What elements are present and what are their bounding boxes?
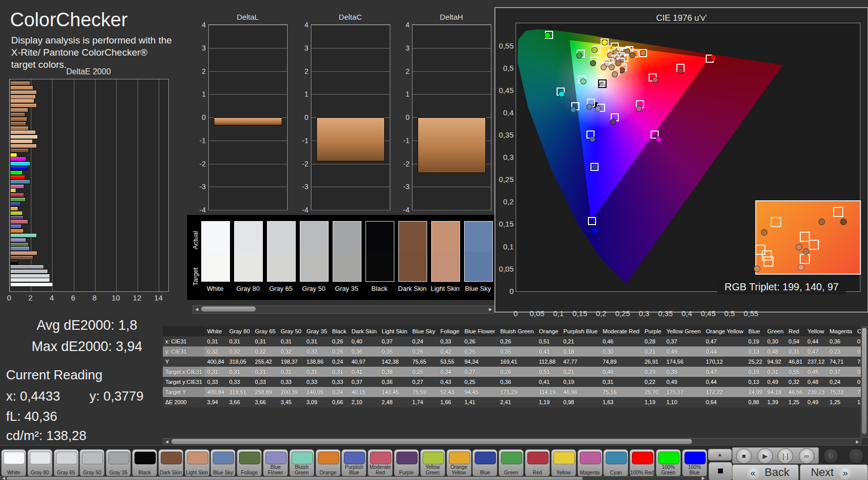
- delta-axis-tick: 1: [395, 90, 409, 98]
- toolbar-tile-moderate-red[interactable]: Moderate Red: [368, 449, 393, 477]
- swatch-label: Black: [362, 285, 396, 292]
- table-cell: 0,64: [703, 397, 746, 407]
- table-col-header: Black: [330, 326, 349, 336]
- table-cell: 3,66: [226, 397, 252, 407]
- tile-swatch: [161, 452, 182, 464]
- toolbar-tile-blue-sky[interactable]: Blue Sky: [210, 449, 236, 477]
- toolbar-tile-magenta[interactable]: Magenta: [577, 449, 603, 477]
- table-col-header: Moderate Red: [600, 326, 642, 336]
- tile-label: Green: [499, 470, 523, 476]
- zoom-target-marker: [771, 217, 781, 227]
- delta-axis-tick: -1: [395, 137, 409, 145]
- table-cell: 0,46: [600, 336, 642, 346]
- table-cell: 0,36: [827, 336, 855, 346]
- toolbar-tile-green[interactable]: Green: [498, 449, 524, 477]
- table-col-header: Red: [786, 326, 805, 336]
- toolbar-scrollbar[interactable]: ◀ ▶: [0, 476, 707, 480]
- back-button[interactable]: «Back: [732, 464, 799, 480]
- table-cell: 0,36: [349, 346, 379, 357]
- pattern-window-button[interactable]: ■: [708, 461, 733, 480]
- toolbar-tile-red[interactable]: Red: [525, 449, 550, 477]
- next-button[interactable]: Next»: [800, 464, 868, 480]
- table-cell: 3,94: [205, 397, 227, 407]
- table-cell: 0,42: [438, 346, 462, 357]
- toolbar-tile-purplish-blue[interactable]: Purplish Blue: [341, 449, 367, 477]
- toolbar-tile-100--red[interactable]: 100% Red: [629, 449, 655, 477]
- cie-y-tick: 0,35: [495, 130, 514, 139]
- delta-axis-tick: -1: [192, 137, 206, 145]
- delta-axis-tick: 1: [192, 90, 206, 98]
- table-cell: 75,65: [410, 357, 438, 367]
- de-bar: [10, 202, 21, 206]
- refresh-button[interactable]: ↻: [823, 448, 839, 464]
- continuous-button[interactable]: ∞: [799, 448, 814, 464]
- pattern-up-button[interactable]: ▲: [708, 449, 732, 461]
- de-bar: [10, 265, 44, 269]
- swatch-gray-35: [333, 221, 361, 282]
- stop-button[interactable]: ■: [736, 448, 752, 464]
- de-bar: [10, 139, 33, 144]
- de-bar: [10, 269, 48, 274]
- tile-swatch: [265, 452, 287, 464]
- cie-measured-point: [629, 52, 635, 58]
- toolbar-tile-yellow-green[interactable]: Yellow Green: [420, 449, 445, 477]
- toolbar-tile-foliage[interactable]: Foliage: [237, 449, 262, 477]
- table-cell: 0,24: [410, 336, 438, 346]
- toolbar-tile-orange-yellow[interactable]: Orange Yellow: [446, 449, 472, 477]
- table-cell: 237,12: [805, 357, 827, 367]
- table-cell: 0,26: [410, 346, 438, 357]
- cie-measured-point: [677, 68, 683, 74]
- delta-axis-tick: 2: [395, 67, 409, 75]
- tile-label: Gray 35: [106, 470, 130, 476]
- table-cell: 0,31: [205, 367, 227, 377]
- play-button[interactable]: ▶: [757, 448, 773, 464]
- table-cell: 0,45: [805, 367, 827, 377]
- avg-de2000: Avg dE2000: 1,8: [2, 318, 172, 333]
- toolbar-tile-bluish-green[interactable]: Bluish Green: [289, 449, 314, 477]
- toolbar-tile-yellow[interactable]: Yellow: [551, 449, 576, 477]
- toolbar-tile-white[interactable]: White: [1, 449, 26, 477]
- table-col-header: Purple: [642, 326, 664, 336]
- idle-button[interactable]: [848, 448, 864, 464]
- table-cell: 0,46: [600, 367, 642, 377]
- toolbar-tile-purple[interactable]: Purple: [394, 449, 419, 477]
- table-cell: 3,45: [278, 397, 304, 407]
- toolbar-tile-100--blue[interactable]: 100% Blue: [682, 449, 707, 477]
- toolbar-tile-gray-65[interactable]: Gray 65: [54, 449, 79, 477]
- table-cell: 0,33: [205, 377, 227, 387]
- toolbar-tile-dark-skin[interactable]: Dark Skin: [158, 449, 184, 477]
- toolbar-tile-cyan[interactable]: Cyan: [603, 449, 628, 477]
- table-row-label: ΔE 2000: [163, 397, 205, 407]
- toolbar-tile-blue-flower[interactable]: Blue Flower: [263, 449, 288, 477]
- table-v-scrollbar[interactable]: [861, 326, 868, 438]
- tile-label: Gray 65: [54, 470, 78, 476]
- tile-swatch: [213, 452, 234, 464]
- single-measure-button[interactable]: [·]: [778, 448, 793, 464]
- toolbar-tile-gray-80[interactable]: Gray 80: [27, 449, 53, 477]
- toolbar-tile-gray-50[interactable]: Gray 50: [79, 449, 105, 477]
- table-cell: 0,19: [561, 377, 600, 387]
- table-cell: 0,37: [379, 336, 410, 346]
- table-cell: 0,47: [805, 346, 827, 357]
- table-cell: 0,38: [379, 367, 410, 377]
- table-cell: 0,31: [278, 367, 304, 377]
- de-bar: [10, 211, 23, 215]
- table-cell: 25,70: [642, 387, 664, 397]
- table-cell: 142,38: [379, 357, 410, 367]
- toolbar-tile-blue[interactable]: Blue: [472, 449, 497, 477]
- delta-axis-tick: 0: [294, 113, 308, 121]
- table-cell: 171,29: [497, 387, 536, 397]
- de-bar: [10, 188, 16, 193]
- table-cell: 0,49: [664, 346, 703, 357]
- delta-axis-tick: 0: [395, 113, 409, 121]
- table-cell: 0,21: [561, 367, 600, 377]
- table-cell: 26,91: [642, 357, 664, 367]
- toolbar-tile-gray-35[interactable]: Gray 35: [106, 449, 131, 477]
- toolbar-tile-100--green[interactable]: 100% Green: [656, 449, 681, 477]
- toolbar-tile-orange[interactable]: Orange: [315, 449, 341, 477]
- toolbar-tile-light-skin[interactable]: Light Skin: [185, 449, 210, 477]
- tile-label: Foliage: [237, 470, 261, 476]
- toolbar-tile-black[interactable]: Black: [132, 449, 157, 477]
- actual-target-swatch-strip: Actual Target WhiteGray 80Gray 65Gray 50…: [187, 215, 494, 300]
- swatch-strip-scrollbar[interactable]: ◀ ▶: [193, 306, 494, 314]
